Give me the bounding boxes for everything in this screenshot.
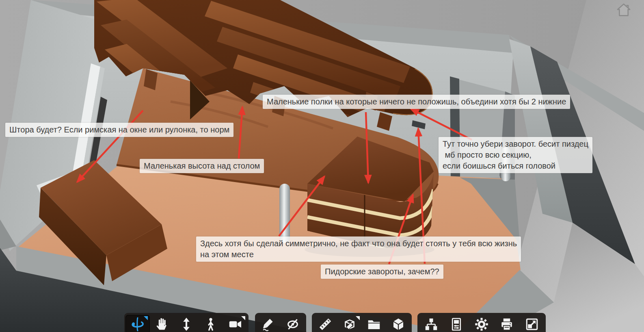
- pan-hand-icon: [155, 317, 169, 331]
- flyout-triangle-icon: [241, 316, 245, 320]
- note-curtain[interactable]: Штора будет? Если римская на окне или ру…: [5, 123, 233, 137]
- print-button[interactable]: [494, 315, 519, 332]
- 3d-object-button[interactable]: [386, 315, 411, 332]
- toolbar-settings-group: [417, 313, 546, 332]
- settings-button[interactable]: [469, 315, 494, 332]
- settings-gear-icon: [474, 317, 489, 332]
- camera-button[interactable]: [223, 315, 247, 332]
- camera-icon: [228, 317, 242, 332]
- hide-eye-icon: [286, 317, 300, 331]
- toolbar-tools-group: [312, 313, 412, 332]
- toolbar-edit-group: [255, 313, 306, 332]
- cube-icon: [391, 317, 406, 332]
- properties-icon: [449, 317, 464, 332]
- note-symmetry[interactable]: Здесь хотя бы сделай симметрично, не фак…: [196, 237, 521, 262]
- home-icon: [616, 2, 632, 18]
- note-desk-height[interactable]: Маленькая высота над столом: [140, 159, 264, 173]
- hide-button[interactable]: [281, 315, 305, 332]
- flyout-triangle-icon: [356, 316, 360, 320]
- flyout-triangle-icon: [144, 316, 148, 320]
- note-small-shelves[interactable]: Маленькие полки на которые ничего не пол…: [263, 95, 570, 109]
- ruler-icon: [318, 317, 333, 332]
- fullscreen-button[interactable]: [519, 315, 545, 332]
- structure-icon: [424, 317, 439, 332]
- orbit-icon: [130, 317, 145, 332]
- elevation-icon: [179, 317, 193, 331]
- note-curved-fronts[interactable]: Пидорские завороты, зачем??: [321, 265, 443, 279]
- fullscreen-icon: [525, 317, 539, 332]
- pencil-icon: [261, 317, 275, 331]
- home-button[interactable]: [616, 2, 632, 20]
- app-root: { "scene": { "type": "3d-room-plan-view"…: [0, 0, 644, 332]
- edit-object-button[interactable]: [337, 315, 362, 332]
- properties-button[interactable]: [444, 315, 469, 332]
- folder-icon: [367, 317, 381, 332]
- edit-object-icon: [342, 317, 357, 332]
- draw-button[interactable]: [256, 315, 281, 332]
- pan-button[interactable]: [150, 315, 174, 332]
- walk-icon: [204, 317, 218, 331]
- print-icon: [499, 317, 514, 332]
- orbit-button[interactable]: [125, 315, 150, 332]
- toolbar-view-group: [124, 313, 249, 332]
- structure-button[interactable]: [419, 315, 444, 332]
- open-project-button[interactable]: [362, 315, 386, 332]
- note-remove-corner[interactable]: Тут точно убери заворот. бесит пиздец мб…: [439, 137, 592, 173]
- walk-button[interactable]: [199, 315, 223, 332]
- elevation-button[interactable]: [174, 315, 199, 332]
- measure-button[interactable]: [313, 315, 337, 332]
